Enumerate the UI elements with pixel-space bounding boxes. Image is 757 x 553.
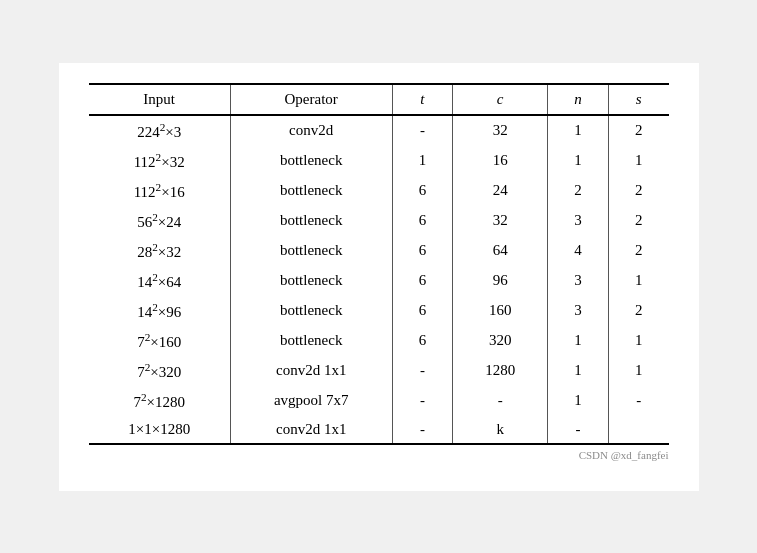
cell-s: 2 bbox=[608, 206, 668, 236]
cell-c: 64 bbox=[453, 236, 548, 266]
cell-operator: bottleneck bbox=[230, 146, 392, 176]
header-row: Input Operator t c n s bbox=[89, 84, 669, 115]
cell-t: 1 bbox=[392, 146, 453, 176]
cell-c: 32 bbox=[453, 206, 548, 236]
cell-c: 1280 bbox=[453, 356, 548, 386]
cell-n: 1 bbox=[548, 386, 609, 416]
cell-s: 2 bbox=[608, 296, 668, 326]
table-row: 142×96bottleneck616032 bbox=[89, 296, 669, 326]
cell-input: 142×96 bbox=[89, 296, 231, 326]
cell-c: 160 bbox=[453, 296, 548, 326]
cell-n: 1 bbox=[548, 146, 609, 176]
watermark: CSDN @xd_fangfei bbox=[89, 449, 669, 461]
table-row: 2242×3conv2d-3212 bbox=[89, 115, 669, 146]
header-c: c bbox=[453, 84, 548, 115]
cell-s: 1 bbox=[608, 146, 668, 176]
cell-s: 2 bbox=[608, 236, 668, 266]
table-row: 1122×16bottleneck62422 bbox=[89, 176, 669, 206]
cell-s: 2 bbox=[608, 176, 668, 206]
cell-input: 1122×32 bbox=[89, 146, 231, 176]
header-n: n bbox=[548, 84, 609, 115]
cell-c: 32 bbox=[453, 115, 548, 146]
cell-n: 2 bbox=[548, 176, 609, 206]
cell-t: 6 bbox=[392, 236, 453, 266]
cell-c: 96 bbox=[453, 266, 548, 296]
cell-n: 3 bbox=[548, 266, 609, 296]
cell-c: k bbox=[453, 416, 548, 444]
cell-s: 2 bbox=[608, 115, 668, 146]
cell-t: - bbox=[392, 416, 453, 444]
cell-input: 562×24 bbox=[89, 206, 231, 236]
cell-operator: bottleneck bbox=[230, 206, 392, 236]
cell-t: - bbox=[392, 356, 453, 386]
cell-n: 3 bbox=[548, 296, 609, 326]
table-row: 1122×32bottleneck11611 bbox=[89, 146, 669, 176]
cell-input: 72×160 bbox=[89, 326, 231, 356]
cell-c: 16 bbox=[453, 146, 548, 176]
cell-n: 1 bbox=[548, 356, 609, 386]
cell-operator: conv2d 1x1 bbox=[230, 356, 392, 386]
cell-c: 320 bbox=[453, 326, 548, 356]
cell-t: 6 bbox=[392, 296, 453, 326]
table-row: 72×160bottleneck632011 bbox=[89, 326, 669, 356]
header-operator: Operator bbox=[230, 84, 392, 115]
cell-input: 2242×3 bbox=[89, 115, 231, 146]
cell-n: 3 bbox=[548, 206, 609, 236]
architecture-table: Input Operator t c n s 2242×3conv2d-3212… bbox=[89, 83, 669, 445]
table-row: 562×24bottleneck63232 bbox=[89, 206, 669, 236]
cell-t: 6 bbox=[392, 176, 453, 206]
cell-t: 6 bbox=[392, 206, 453, 236]
cell-t: 6 bbox=[392, 326, 453, 356]
cell-operator: bottleneck bbox=[230, 326, 392, 356]
table-row: 72×320conv2d 1x1-128011 bbox=[89, 356, 669, 386]
cell-input: 72×320 bbox=[89, 356, 231, 386]
cell-input: 1×1×1280 bbox=[89, 416, 231, 444]
cell-operator: bottleneck bbox=[230, 236, 392, 266]
cell-input: 282×32 bbox=[89, 236, 231, 266]
cell-t: 6 bbox=[392, 266, 453, 296]
cell-s bbox=[608, 416, 668, 444]
header-s: s bbox=[608, 84, 668, 115]
cell-operator: conv2d bbox=[230, 115, 392, 146]
cell-t: - bbox=[392, 386, 453, 416]
table-row: 282×32bottleneck66442 bbox=[89, 236, 669, 266]
cell-input: 142×64 bbox=[89, 266, 231, 296]
header-input: Input bbox=[89, 84, 231, 115]
cell-operator: bottleneck bbox=[230, 176, 392, 206]
cell-input: 72×1280 bbox=[89, 386, 231, 416]
cell-c: - bbox=[453, 386, 548, 416]
cell-s: - bbox=[608, 386, 668, 416]
header-t: t bbox=[392, 84, 453, 115]
cell-operator: conv2d 1x1 bbox=[230, 416, 392, 444]
cell-n: 4 bbox=[548, 236, 609, 266]
cell-n: - bbox=[548, 416, 609, 444]
cell-c: 24 bbox=[453, 176, 548, 206]
table-row: 1×1×1280conv2d 1x1-k- bbox=[89, 416, 669, 444]
table-row: 142×64bottleneck69631 bbox=[89, 266, 669, 296]
cell-n: 1 bbox=[548, 115, 609, 146]
cell-input: 1122×16 bbox=[89, 176, 231, 206]
table-row: 72×1280avgpool 7x7--1- bbox=[89, 386, 669, 416]
table-container: Input Operator t c n s 2242×3conv2d-3212… bbox=[59, 63, 699, 491]
cell-s: 1 bbox=[608, 356, 668, 386]
cell-t: - bbox=[392, 115, 453, 146]
cell-s: 1 bbox=[608, 266, 668, 296]
cell-operator: avgpool 7x7 bbox=[230, 386, 392, 416]
cell-operator: bottleneck bbox=[230, 266, 392, 296]
cell-operator: bottleneck bbox=[230, 296, 392, 326]
cell-s: 1 bbox=[608, 326, 668, 356]
cell-n: 1 bbox=[548, 326, 609, 356]
